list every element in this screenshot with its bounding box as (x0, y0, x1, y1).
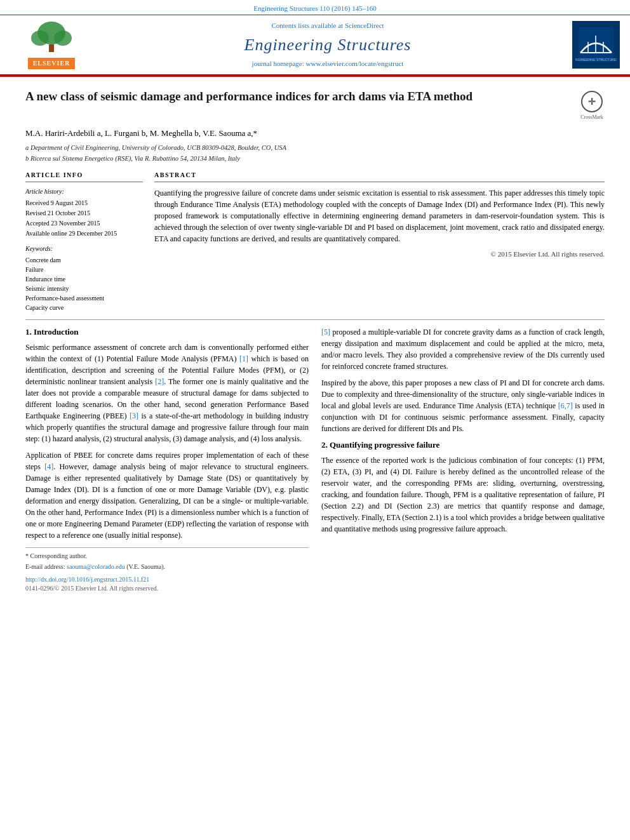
affiliations: a Department of Civil Engineering, Unive… (25, 143, 605, 164)
section1-right-para1: [5] proposed a multiple-variable DI for … (321, 326, 605, 372)
ref-link-3[interactable]: [3] (130, 411, 138, 420)
footnote-corresponding: * Corresponding author. (25, 552, 309, 561)
footnote-email-link[interactable]: saouma@colorado.edu (67, 563, 125, 570)
abstract-title: ABSTRACT (154, 171, 605, 182)
header: ELSEVIER Contents lists available at Sci… (0, 15, 630, 75)
date-received: Received 9 August 2015 (25, 199, 143, 208)
section1-para1: Seismic performance assessment of concre… (25, 342, 309, 444)
keyword-capacity: Capacity curve (25, 303, 143, 312)
paper-content: A new class of seismic damage and perfor… (0, 77, 630, 606)
keyword-endurance: Endurance time (25, 275, 143, 284)
section2-text: The essence of the reported work is the … (321, 455, 605, 535)
abstract-text: Quantifying the progressive failure of c… (154, 187, 605, 244)
date-revised: Revised 21 October 2015 (25, 209, 143, 218)
journal-badge-icon: ENGINEERING STRUCTURES (575, 24, 617, 65)
abstract-panel: ABSTRACT Quantifying the progressive fai… (154, 171, 605, 313)
elsevier-logo-area: ELSEVIER (10, 20, 93, 69)
date-online: Available online 29 December 2015 (25, 229, 143, 238)
section2-title: 2. Quantifying progressive failure (321, 439, 605, 451)
elsevier-tree-icon (26, 20, 77, 55)
ref-link-4[interactable]: [4] (44, 462, 53, 471)
keyword-performance: Performance-based assessment (25, 294, 143, 303)
article-body: ARTICLE INFO Article history: Received 9… (25, 171, 605, 313)
journal-homepage: journal homepage: www.elsevier.com/locat… (93, 59, 563, 69)
contents-available: Contents lists available at ScienceDirec… (93, 21, 563, 30)
footnote-email: E-mail address: saouma@colorado.edu (V.E… (25, 563, 309, 571)
paper-title: A new class of seismic damage and perfor… (25, 88, 579, 105)
crossmark-area: ✛ CrossMark (579, 88, 605, 121)
affiliation-a: a Department of Civil Engineering, Unive… (25, 143, 605, 153)
header-center: Contents lists available at ScienceDirec… (93, 21, 563, 69)
ref-link-1[interactable]: [1] (239, 354, 248, 363)
crossmark-icon[interactable]: ✛ (581, 91, 603, 112)
article-history-label: Article history: (25, 187, 143, 196)
article-info-panel: ARTICLE INFO Article history: Received 9… (25, 171, 143, 313)
svg-point-1 (31, 30, 49, 46)
homepage-url[interactable]: www.elsevier.com/locate/engstruct (306, 60, 404, 67)
right-column: [5] proposed a multiple-variable DI for … (321, 326, 605, 593)
ref-link-67[interactable]: [6,7] (558, 401, 573, 410)
date-accepted: Accepted 23 November 2015 (25, 219, 143, 228)
keyword-failure: Failure (25, 265, 143, 274)
article-info-title: ARTICLE INFO (25, 171, 143, 182)
keyword-concrete-dam: Concrete dam (25, 256, 143, 265)
top-bar: Engineering Structures 110 (2016) 145–16… (0, 0, 630, 15)
svg-text:ENGINEERING STRUCTURES: ENGINEERING STRUCTURES (575, 58, 617, 62)
section-divider-1 (25, 319, 605, 320)
ref-link-2[interactable]: [2] (155, 377, 164, 386)
authors-line: M.A. Hariri-Ardebili a, L. Furgani b, M.… (25, 128, 605, 139)
crossmark-label: CrossMark (579, 114, 605, 121)
copyright-line: © 2015 Elsevier Ltd. All rights reserved… (154, 250, 605, 259)
section1-right-para2: Inspired by the above, this paper propos… (321, 377, 605, 434)
journal-title-header: Engineering Structures (93, 34, 563, 57)
section1-para2: Application of PBEE for concrete dams re… (25, 450, 309, 541)
doi-line[interactable]: http://dx.doi.org/10.1016/j.engstruct.20… (25, 575, 309, 584)
svg-point-2 (54, 30, 72, 46)
journal-badge-area: ENGINEERING STRUCTURES (563, 21, 620, 69)
footnote-section: * Corresponding author. E-mail address: … (25, 547, 309, 593)
journal-reference: Engineering Structures 110 (2016) 145–16… (253, 4, 376, 12)
journal-badge: ENGINEERING STRUCTURES (572, 21, 620, 69)
affiliation-b: b Ricerca sul Sistema Energetico (RSE), … (25, 154, 605, 164)
paper-title-row: A new class of seismic damage and perfor… (25, 88, 605, 121)
sciencedirect-link[interactable]: ScienceDirect (345, 22, 384, 29)
keyword-seismic: Seismic intensity (25, 284, 143, 293)
rights-line: 0141-0296/© 2015 Elsevier Ltd. All right… (25, 584, 309, 593)
elsevier-wordmark: ELSEVIER (28, 58, 76, 69)
section1-title: 1. Introduction (25, 326, 309, 338)
left-column: 1. Introduction Seismic performance asse… (25, 326, 309, 593)
two-column-body: 1. Introduction Seismic performance asse… (25, 326, 605, 593)
svg-rect-3 (49, 44, 54, 52)
keywords-label: Keywords: (25, 244, 143, 253)
ref-link-5[interactable]: [5] (321, 328, 330, 337)
